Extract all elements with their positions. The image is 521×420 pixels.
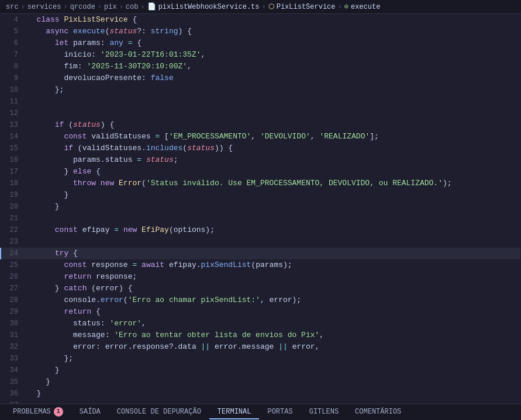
line-code: }	[25, 376, 520, 388]
line-number: 4	[1, 14, 25, 26]
breadcrumb-method[interactable]: execute	[351, 3, 380, 11]
line-number: 14	[1, 131, 25, 143]
line-code: }	[25, 189, 520, 201]
table-row: 21	[1, 213, 520, 224]
table-row: 37	[1, 400, 520, 404]
tab-debug-label: CONSOLE DE DEPURAÇÃO	[117, 408, 201, 416]
table-row: 35 }	[1, 376, 520, 388]
tab-comments-label: COMENTÁRIOS	[355, 408, 401, 416]
tab-terminal[interactable]: TERMINAL	[209, 405, 260, 419]
line-number: 25	[1, 259, 25, 271]
sep2: ›	[63, 3, 67, 11]
line-number: 19	[1, 189, 25, 201]
code-area[interactable]: 4 class PixListService { 5 async execute…	[0, 14, 521, 404]
tab-debug-console[interactable]: CONSOLE DE DEPURAÇÃO	[109, 405, 209, 419]
line-code: };	[25, 353, 520, 365]
line-code: if (validStatuses.includes(status)) {	[25, 143, 520, 154]
line-number: 18	[1, 178, 25, 189]
breadcrumb-filename[interactable]: pixListWebhookService.ts	[158, 3, 260, 11]
table-row: 32 error: error.response?.data || error.…	[1, 341, 520, 353]
line-number: 35	[1, 376, 25, 388]
table-row: 10 };	[1, 84, 520, 96]
table-row: 5 async execute(status?: string) {	[1, 26, 520, 37]
table-row: 15 if (validStatuses.includes(status)) {	[1, 143, 520, 154]
line-number: 15	[1, 143, 25, 154]
tab-ports[interactable]: PORTAS	[259, 405, 301, 419]
line-code: if (status) {	[25, 119, 520, 131]
breadcrumb-classname[interactable]: PixListService	[277, 3, 336, 11]
line-code: console.error('Erro ao chamar pixSendLis…	[25, 294, 520, 306]
table-row: 19 }	[1, 189, 520, 201]
line-number: 11	[1, 96, 25, 107]
table-row: 13 if (status) {	[1, 119, 520, 131]
line-number: 5	[1, 26, 25, 37]
table-row: 30 status: 'error',	[1, 318, 520, 329]
line-number: 31	[1, 329, 25, 341]
line-number: 13	[1, 119, 25, 131]
tab-problems[interactable]: PROBLEMAS 1	[5, 405, 71, 420]
tab-terminal-label: TERMINAL	[218, 408, 251, 416]
line-number: 16	[1, 154, 25, 166]
table-row: 22 const efipay = new EfiPay(options);	[1, 224, 520, 236]
breadcrumb-src[interactable]: src	[6, 3, 19, 11]
line-number: 21	[1, 213, 25, 224]
table-row: 20 }	[1, 201, 520, 213]
line-code: params.status = status;	[25, 154, 520, 166]
line-code: try {	[25, 248, 520, 259]
line-code: } else {	[25, 166, 520, 178]
table-row: 28 console.error('Erro ao chamar pixSend…	[1, 294, 520, 306]
tab-problems-label: PROBLEMAS	[13, 408, 51, 416]
line-code	[25, 400, 520, 404]
line-number: 20	[1, 201, 25, 213]
sep3: ›	[98, 3, 102, 11]
tab-output[interactable]: SAÍDA	[71, 405, 109, 419]
line-code: } catch (error) {	[25, 283, 520, 294]
line-code	[25, 213, 520, 224]
line-number: 22	[1, 224, 25, 236]
table-row: 6 let params: any = {	[1, 37, 520, 49]
table-row: 17 } else {	[1, 166, 520, 178]
line-number: 8	[1, 61, 25, 72]
line-number: 7	[1, 49, 25, 61]
line-code: return response;	[25, 271, 520, 283]
table-row: 16 params.status = status;	[1, 154, 520, 166]
table-row: 31 message: 'Erro ao tentar obter lista …	[1, 329, 520, 341]
table-row: 9 devolucaoPresente: false	[1, 72, 520, 84]
table-row: 7 inicio: '2023-01-22T16:01:35Z',	[1, 49, 520, 61]
breadcrumb-services[interactable]: services	[27, 3, 61, 11]
bottom-tabs: PROBLEMAS 1 SAÍDA CONSOLE DE DEPURAÇÃO T…	[0, 404, 521, 420]
line-code: const validStatuses = ['EM_PROCESSAMENTO…	[25, 131, 520, 143]
breadcrumb-icon-class: ⬡	[268, 2, 274, 11]
line-number: 28	[1, 294, 25, 306]
tab-gitlens-label: GITLENS	[309, 408, 339, 416]
line-code: message: 'Erro ao tentar obter lista de …	[25, 329, 520, 341]
tab-gitlens[interactable]: GITLENS	[301, 405, 347, 419]
breadcrumb-cob[interactable]: cob	[126, 3, 139, 11]
line-code: }	[25, 388, 520, 400]
line-code: return {	[25, 306, 520, 318]
breadcrumb-qrcode[interactable]: qrcode	[70, 3, 95, 11]
line-code: inicio: '2023-01-22T16:01:35Z',	[25, 49, 520, 61]
line-code	[25, 107, 520, 119]
line-number: 9	[1, 72, 25, 84]
line-code: }	[25, 201, 520, 213]
line-code: status: 'error',	[25, 318, 520, 329]
code-table: 4 class PixListService { 5 async execute…	[0, 14, 521, 404]
table-row: 25 const response = await efipay.pixSend…	[1, 259, 520, 271]
editor-container: 4 class PixListService { 5 async execute…	[0, 14, 521, 404]
line-code: error: error.response?.data || error.mes…	[25, 341, 520, 353]
table-row: 36 }	[1, 388, 520, 400]
line-code: fim: '2025-11-30T20:10:00Z',	[25, 61, 520, 72]
sep4: ›	[119, 3, 123, 11]
table-row: 11	[1, 96, 520, 107]
problems-badge: 1	[54, 407, 63, 416]
line-number: 10	[1, 84, 25, 96]
line-code: async execute(status?: string) {	[25, 26, 520, 37]
table-row: 27 } catch (error) {	[1, 283, 520, 294]
tab-comments[interactable]: COMENTÁRIOS	[347, 405, 409, 419]
table-row: 23	[1, 236, 520, 248]
line-number: 23	[1, 236, 25, 248]
table-row: 33 };	[1, 353, 520, 365]
breadcrumb-pix[interactable]: pix	[104, 3, 117, 11]
line-code: }	[25, 365, 520, 376]
